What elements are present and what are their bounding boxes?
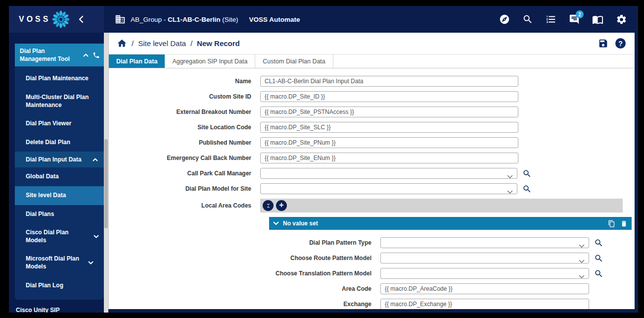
breadcrumb: / Site level Data / New Record ? — [109, 33, 635, 54]
choose-translation-pattern-model-search-button[interactable] — [594, 269, 603, 278]
breadcrumb-separator: / — [132, 39, 134, 48]
screen: VOSS AB_Group - — [0, 0, 644, 318]
dial-plan-model-for-site-search-button[interactable] — [522, 184, 532, 194]
choose-route-pattern-model-label: Choose Route Pattern Model — [109, 255, 380, 262]
item-label: Cisco Dial Plan Models — [26, 229, 91, 244]
tab-dial-plan-data[interactable]: Dial Plan Data — [109, 54, 165, 68]
hierarchy-context[interactable]: AB_Group - CL1-AB-C-Berlin (Site) — [131, 16, 238, 23]
book-icon — [592, 14, 603, 25]
chevron-up-icon — [83, 53, 89, 57]
gear-icon — [616, 14, 627, 25]
add-entry-button[interactable]: + — [276, 200, 287, 211]
breadcrumb-section[interactable]: Site level Data — [138, 39, 186, 48]
numbered-list-icon — [546, 14, 556, 25]
call-park-call-manager-search-button[interactable] — [522, 169, 532, 178]
sidebar-group-cisco-unity-sip-integration[interactable]: Cisco Unity SIP Integration — [9, 300, 104, 313]
copy-icon — [608, 220, 615, 227]
settings-button[interactable] — [616, 14, 627, 25]
choose-translation-pattern-model-label: Choose Translation Pattern Model — [109, 270, 380, 277]
sidebar-item-global-data[interactable]: Global Data — [15, 167, 104, 186]
voss-logo-text: VOSS — [19, 15, 50, 24]
chevron-down-icon — [507, 190, 513, 194]
help-button[interactable]: ? — [615, 38, 626, 49]
building-icon — [115, 14, 126, 25]
sidebar-subgroup-dial-plan-input-data[interactable]: Dial Plan Input Data — [15, 152, 104, 167]
voss-flower-logo-icon — [51, 10, 70, 29]
dial-plan-model-for-site-select[interactable] — [260, 183, 517, 194]
choose-route-pattern-model-search-button[interactable] — [594, 254, 603, 263]
product-name: VOSS Automate — [249, 16, 300, 23]
swap-arrows-icon — [92, 311, 99, 313]
call-park-call-manager-label: Call Park Call Manager — [109, 170, 260, 177]
sidebar-group-dial-plan-management-tool[interactable]: Dial Plan Management Tool — [15, 44, 104, 66]
sidebar-collapse-button[interactable] — [78, 15, 84, 23]
published-number-input[interactable] — [260, 137, 518, 148]
area-code-input[interactable] — [380, 283, 589, 294]
chevron-down-icon — [579, 275, 585, 279]
subgroup-label: Dial Plan Input Data — [26, 156, 82, 163]
chevron-down-icon — [93, 235, 99, 238]
documentation-button[interactable] — [592, 14, 603, 25]
name-label: Name — [109, 78, 260, 85]
sidebar-item-site-level-data[interactable]: Site level Data — [15, 186, 104, 205]
transactions-list-button[interactable] — [546, 14, 556, 25]
help-icon: ? — [615, 38, 626, 49]
sidebar-item-dial-plan-maintenance[interactable]: Dial Plan Maintenance — [15, 69, 104, 88]
choose-route-pattern-model-select[interactable] — [380, 253, 589, 264]
external-breakout-number-input[interactable] — [260, 106, 518, 117]
local-area-codes-group-header[interactable]: No value set — [269, 217, 632, 230]
messages-button[interactable]: 2 — [569, 14, 580, 25]
search-icon — [594, 254, 603, 263]
collapse-all-button[interactable] — [263, 200, 274, 211]
chevron-down-icon — [579, 244, 585, 248]
delete-entry-button[interactable] — [620, 220, 628, 227]
call-park-call-manager-select[interactable] — [260, 168, 517, 179]
logo-section: VOSS — [9, 6, 104, 33]
site-type: (Site) — [222, 16, 238, 23]
group-title: No value set — [283, 220, 318, 227]
item-label: Microsoft Dial Plan Models — [26, 255, 84, 270]
top-bar: VOSS AB_Group - — [9, 6, 638, 33]
sidebar-item-microsoft-dial-plan-models[interactable]: Microsoft Dial Plan Models — [15, 250, 104, 276]
dial-plan-pattern-type-search-button[interactable] — [594, 238, 603, 248]
search-button[interactable] — [522, 14, 533, 25]
top-bar-actions: 2 — [499, 14, 638, 25]
exchange-label: Exchange — [109, 301, 380, 308]
choose-translation-pattern-model-select[interactable] — [380, 268, 589, 279]
scrollbar-thumb[interactable] — [104, 139, 108, 229]
emergency-call-back-number-input[interactable] — [260, 153, 518, 163]
tab-custom-dial-plan-data[interactable]: Custom Dial Plan Data — [255, 54, 333, 68]
chevron-down-icon — [273, 221, 279, 225]
name-input[interactable] — [260, 76, 518, 87]
org-name: AB_Group - — [131, 16, 166, 23]
exchange-input[interactable] — [380, 299, 589, 309]
chevron-down-icon — [88, 261, 93, 265]
save-button[interactable] — [598, 38, 608, 49]
sidebar-item-dial-plan-log[interactable]: Dial Plan Log — [15, 276, 104, 295]
sidebar-group-panel: Dial Plan Maintenance Multi-Cluster Dial… — [15, 66, 104, 300]
collapse-icon — [265, 203, 272, 209]
form: Name Custom Site ID External Breakout Nu… — [109, 68, 635, 309]
save-icon — [598, 38, 608, 49]
notification-badge: 2 — [576, 10, 584, 18]
sidebar-item-dial-plan-viewer[interactable]: Dial Plan Viewer — [15, 114, 104, 133]
sidebar-item-cisco-dial-plan-models[interactable]: Cisco Dial Plan Models — [15, 223, 104, 250]
local-area-codes-label: Local Area Codes — [109, 202, 260, 209]
custom-site-id-input[interactable] — [260, 91, 518, 102]
published-number-label: Published Number — [109, 139, 260, 146]
site-location-code-input[interactable] — [260, 122, 518, 133]
sidebar-item-dial-plans[interactable]: Dial Plans — [15, 205, 104, 224]
explore-button[interactable] — [499, 14, 510, 25]
copy-entry-button[interactable] — [608, 220, 615, 227]
tab-aggregation-sip-input-data[interactable]: Aggregation SIP Input Data — [165, 54, 255, 68]
emergency-call-back-number-label: Emergency Call Back Number — [109, 155, 260, 161]
sidebar-scrollbar[interactable] — [104, 33, 108, 313]
search-icon — [522, 169, 532, 178]
dial-plan-pattern-type-label: Dial Plan Pattern Type — [109, 239, 380, 246]
group-label: Cisco Unity SIP Integration — [16, 306, 65, 313]
home-button[interactable] — [117, 38, 127, 49]
phone-icon — [92, 52, 100, 59]
sidebar-item-multi-cluster-dial-plan-maintenance[interactable]: Multi-Cluster Dial Plan Maintenance — [15, 88, 94, 114]
dial-plan-pattern-type-select[interactable] — [380, 237, 589, 248]
sidebar-item-delete-dial-plan[interactable]: Delete Dial Plan — [15, 133, 104, 152]
